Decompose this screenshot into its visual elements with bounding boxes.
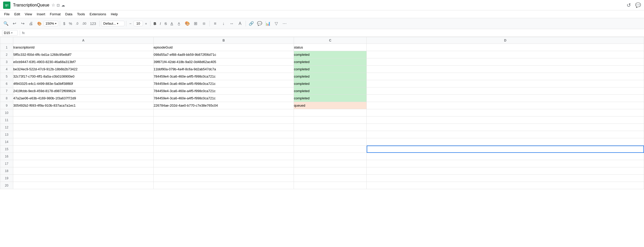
menu-extensions[interactable]: Extensions	[88, 11, 108, 17]
font-select[interactable]: Defaul... ▾	[101, 21, 124, 26]
cell-A6[interactable]: 4f943325-e4c1-4499-883e-5a0bff38f80f	[13, 80, 154, 87]
align-button[interactable]: ≡	[211, 20, 219, 28]
col-header-A[interactable]: A	[13, 37, 154, 44]
cell-A2[interactable]: 5ff5c332-f00d-4ffc-bd1a-1268c95e8df7	[13, 51, 154, 58]
menu-view[interactable]: View	[23, 11, 34, 17]
cell-C15[interactable]	[294, 146, 367, 153]
format-123-button[interactable]: 123	[88, 21, 97, 26]
cell-B2[interactable]: 098d55a7-ef88-4ad9-bb59-9b872f06d71c	[154, 51, 294, 58]
folder-icon[interactable]: ⊡	[57, 3, 60, 7]
cell-D14[interactable]	[367, 138, 644, 146]
cell-B6[interactable]: 784459e4-3ca6-460e-a4f5-f998c0ca721c	[154, 80, 294, 87]
cell-A4[interactable]: be324ec9-522d-47c9-912b-18b6b2b73422	[13, 66, 154, 73]
cell-A16[interactable]	[13, 153, 154, 160]
cell-C16[interactable]	[294, 153, 367, 160]
cell-A18[interactable]	[13, 167, 154, 175]
valign-button[interactable]: ↓	[220, 20, 227, 28]
cell-A7[interactable]: 2419fcbb-9ec8-459d-8178-d9872f699624	[13, 87, 154, 95]
col-header-C[interactable]: C	[294, 37, 367, 44]
cell-A17[interactable]	[13, 160, 154, 167]
menu-tools[interactable]: Tools	[75, 11, 87, 17]
cell-C7[interactable]: completed	[294, 87, 367, 95]
strikethrough-button[interactable]: S	[163, 21, 168, 26]
redo-button[interactable]: ↪	[19, 20, 27, 28]
cell-C20[interactable]	[294, 182, 367, 189]
star-icon[interactable]: ☆	[51, 3, 55, 8]
cell-C14[interactable]	[294, 138, 367, 146]
cell-D8[interactable]	[367, 95, 644, 102]
cell-B11[interactable]	[154, 116, 294, 124]
cell-D13[interactable]	[367, 131, 644, 138]
cell-A15[interactable]	[13, 146, 154, 153]
fill-color-button[interactable]: 🎨	[183, 20, 191, 28]
cell-A14[interactable]	[13, 138, 154, 146]
comments-icon[interactable]: 💬	[635, 2, 641, 8]
cell-D17[interactable]	[367, 160, 644, 167]
cell-B19[interactable]	[154, 175, 294, 182]
cell-D9[interactable]	[367, 102, 644, 109]
menu-edit[interactable]: Edit	[12, 11, 22, 17]
cell-C18[interactable]	[294, 167, 367, 175]
font-size-input[interactable]: 10	[134, 21, 143, 26]
cell-B14[interactable]	[154, 138, 294, 146]
bold-button[interactable]: B	[152, 21, 158, 26]
cell-B7[interactable]: 784459e4-3ca6-460e-a4f5-f998c0ca721c	[154, 87, 294, 95]
cell-D1[interactable]	[367, 44, 644, 51]
menu-data[interactable]: Data	[63, 11, 74, 17]
cell-D12[interactable]	[367, 124, 644, 131]
cell-C19[interactable]	[294, 175, 367, 182]
menu-help[interactable]: Help	[109, 11, 120, 17]
cell-A8[interactable]: 47a2ae06-e63b-4169-980b-1f3a637f72d9	[13, 95, 154, 102]
chart-button[interactable]: 📊	[264, 20, 272, 28]
filter-button[interactable]: ▽	[272, 20, 280, 28]
cell-B17[interactable]	[154, 160, 294, 167]
cell-reference[interactable]: D15 ▾	[2, 30, 18, 36]
cell-D6[interactable]	[367, 80, 644, 87]
cell-C2[interactable]: completed	[294, 51, 367, 58]
borders-button[interactable]: ⊞	[192, 20, 200, 28]
cell-A9[interactable]: 305492b2-f693-4f9a-910b-837aca7a1ec1	[13, 102, 154, 109]
cell-B1[interactable]: episodeGuid	[154, 44, 294, 51]
history-icon[interactable]: ↺	[627, 2, 631, 8]
cell-B20[interactable]	[154, 182, 294, 189]
cell-C4[interactable]: completed	[294, 66, 367, 73]
cell-C10[interactable]	[294, 109, 367, 116]
undo-button[interactable]: ↩	[10, 20, 18, 28]
cell-D5[interactable]	[367, 73, 644, 80]
comment-button[interactable]: 💬	[256, 20, 264, 28]
cell-B12[interactable]	[154, 124, 294, 131]
cell-B9[interactable]: 226784ae-202d-4ae0-b770-c7e38e765c04	[154, 102, 294, 109]
cell-C9[interactable]: queued	[294, 102, 367, 109]
cell-D4[interactable]	[367, 66, 644, 73]
cell-B4[interactable]: 11bbf90a-079b-4a4f-8c6a-9d2ab547dc7a	[154, 66, 294, 73]
font-size-plus[interactable]: +	[143, 21, 149, 26]
cell-A11[interactable]	[13, 116, 154, 124]
decimal-zero-button[interactable]: .0	[74, 21, 80, 26]
menu-format[interactable]: Format	[48, 11, 63, 17]
cell-C5[interactable]: completed	[294, 73, 367, 80]
font-size-minus[interactable]: −	[128, 21, 133, 26]
cell-D20[interactable]	[367, 182, 644, 189]
cell-D7[interactable]	[367, 87, 644, 95]
more-button[interactable]: ⋯	[281, 20, 288, 28]
cell-C11[interactable]	[294, 116, 367, 124]
print-button[interactable]: 🖨	[27, 20, 35, 28]
cell-B3[interactable]: 39f871f4-42dd-418b-9a02-0d48d62ac405	[154, 58, 294, 66]
doc-title[interactable]: TranscriptionQueue	[13, 3, 49, 8]
cell-D2[interactable]	[367, 51, 644, 58]
merge-button[interactable]: ⊟	[200, 20, 208, 28]
cell-D16[interactable]	[367, 153, 644, 160]
cell-D3[interactable]	[367, 58, 644, 66]
menu-insert[interactable]: Insert	[35, 11, 47, 17]
paint-format-button[interactable]: 🎨	[35, 20, 43, 28]
currency-button[interactable]: $	[62, 21, 67, 26]
formula-input[interactable]	[27, 31, 642, 35]
cell-D11[interactable]	[367, 116, 644, 124]
cell-D19[interactable]	[367, 175, 644, 182]
cell-A5[interactable]: 32c73f17-c700-4ff1-8a5a-c0b0108900e0	[13, 73, 154, 80]
wrap-button[interactable]: ↔	[228, 20, 236, 28]
cloud-icon[interactable]: ☁	[61, 3, 65, 7]
decimal-more-button[interactable]: .00	[81, 21, 88, 26]
cell-C1[interactable]: status	[294, 44, 367, 51]
cell-A13[interactable]	[13, 131, 154, 138]
